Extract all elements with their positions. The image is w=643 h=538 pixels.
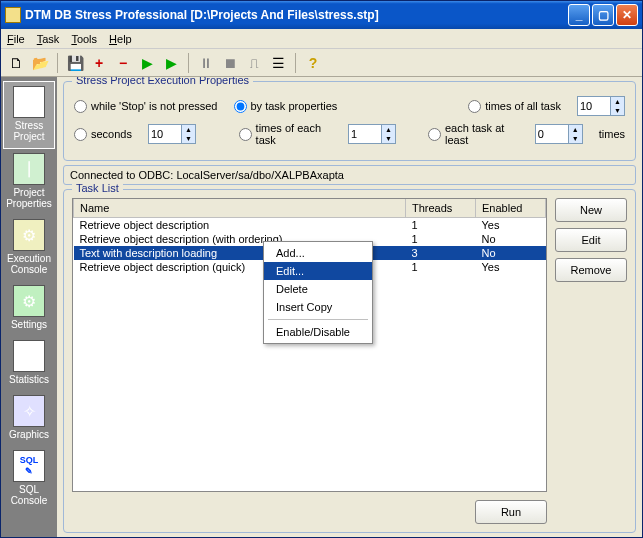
menu-file[interactable]: File [7,33,25,45]
sidebar-item-label: Settings [3,319,55,330]
execution-properties-group: Stress Project Execution Properties whil… [63,81,636,161]
cell-enabled: Yes [476,218,546,233]
cell-threads: 1 [406,260,476,274]
context-menu-insert-copy[interactable]: Insert Copy [264,298,372,316]
menu-bar: File Task Tools Help [1,29,642,49]
each-atleast-spinner[interactable]: ▲▼ [535,124,583,144]
remove-icon[interactable]: − [114,54,132,72]
context-menu-edit[interactable]: Edit... [264,262,372,280]
sidebar-item-graphics[interactable]: ✧ Graphics [3,391,55,446]
menu-help[interactable]: Help [109,33,132,45]
run-icon[interactable]: ▶ [138,54,156,72]
radio-seconds-input[interactable] [74,128,87,141]
sidebar-item-label: Statistics [3,374,55,385]
table-row[interactable]: Retrieve object description1Yes [74,218,546,233]
run-button[interactable]: Run [475,500,547,524]
exec-row-2: seconds ▲▼ times of each task ▲▼ [74,122,625,146]
sidebar: ⌸ Stress Project ⎹⎸ Project Properties ⚙… [1,77,57,537]
maximize-button[interactable]: ▢ [592,4,614,26]
radio-each-atleast[interactable]: each task at least [428,122,519,146]
radio-times-all[interactable]: times of all task [468,100,561,113]
spin-down-icon[interactable]: ▼ [181,134,195,143]
spin-down-icon[interactable]: ▼ [381,134,395,143]
toolbar-separator [57,53,58,73]
spin-up-icon[interactable]: ▲ [610,97,624,106]
sidebar-item-sql-console[interactable]: SQL✎ SQL Console [3,446,55,512]
app-icon [5,7,21,23]
seconds-spinner[interactable]: ▲▼ [148,124,196,144]
radio-by-task[interactable]: by task properties [234,100,338,113]
radio-times-each[interactable]: times of each task [239,122,332,146]
sidebar-item-settings[interactable]: ⚙ Settings [3,281,55,336]
radio-seconds[interactable]: seconds [74,128,132,141]
radio-while-stop[interactable]: while 'Stop' is not pressed [74,100,218,113]
chart-icon[interactable]: ⎍ [245,54,263,72]
context-menu-delete[interactable]: Delete [264,280,372,298]
close-button[interactable]: ✕ [616,4,638,26]
radio-by-task-input[interactable] [234,100,247,113]
radio-label: times of all task [485,100,561,112]
radio-each-atleast-input[interactable] [428,128,441,141]
title-bar: DTM DB Stress Professional [D:\Projects … [1,1,642,29]
task-list-title: Task List [72,182,123,194]
settings-icon: ⚙ [13,285,45,317]
radio-label: each task at least [445,122,519,146]
sidebar-item-project-properties[interactable]: ⎹⎸ Project Properties [3,149,55,215]
col-threads[interactable]: Threads [406,199,476,218]
run-row: Run [72,492,547,524]
cell-enabled: No [476,246,546,260]
seconds-input[interactable] [149,125,181,143]
stop-icon[interactable]: ⏹ [221,54,239,72]
times-all-spinner[interactable]: ▲▼ [577,96,625,116]
spin-up-icon[interactable]: ▲ [568,125,582,134]
add-icon[interactable]: + [90,54,108,72]
window-title: DTM DB Stress Professional [D:\Projects … [25,8,568,22]
minimize-button[interactable]: _ [568,4,590,26]
spin-down-icon[interactable]: ▼ [568,134,582,143]
cell-threads: 1 [406,232,476,246]
toolbar: 🗋 📂 💾 + − ▶ ▶ ⏸ ⏹ ⎍ ☰ ? [1,49,642,77]
sidebar-item-label: Project Properties [3,187,55,209]
col-enabled[interactable]: Enabled [476,199,546,218]
edit-button[interactable]: Edit [555,228,627,252]
graphics-icon: ✧ [13,395,45,427]
remove-button[interactable]: Remove [555,258,627,282]
execution-properties-title: Stress Project Execution Properties [72,77,253,86]
sidebar-item-execution-console[interactable]: ⚙ Execution Console [3,215,55,281]
new-file-icon[interactable]: 🗋 [7,54,25,72]
spin-down-icon[interactable]: ▼ [610,106,624,115]
project-properties-icon: ⎹⎸ [13,153,45,185]
new-button[interactable]: New [555,198,627,222]
spin-up-icon[interactable]: ▲ [381,125,395,134]
sidebar-item-statistics[interactable]: ◷ Statistics [3,336,55,391]
menu-task[interactable]: Task [37,33,60,45]
sidebar-item-stress-project[interactable]: ⌸ Stress Project [3,81,55,149]
spin-up-icon[interactable]: ▲ [181,125,195,134]
save-icon[interactable]: 💾 [66,54,84,72]
sidebar-item-label: Execution Console [3,253,55,275]
task-table-wrap: Name Threads Enabled Retrieve object des… [72,198,547,492]
pause-icon[interactable]: ⏸ [197,54,215,72]
sidebar-item-label: Graphics [3,429,55,440]
help-icon[interactable]: ? [304,54,322,72]
open-file-icon[interactable]: 📂 [31,54,49,72]
radio-times-each-input[interactable] [239,128,252,141]
task-list-group: Task List Name Threads Enabled Ret [63,189,636,533]
menu-tools[interactable]: Tools [71,33,97,45]
times-all-input[interactable] [578,97,610,115]
context-menu-add[interactable]: Add... [264,244,372,262]
times-each-input[interactable] [349,125,381,143]
toolbar-separator [295,53,296,73]
cell-threads: 3 [406,246,476,260]
col-name[interactable]: Name [74,199,406,218]
context-menu-enable-disable[interactable]: Enable/Disable [264,323,372,341]
list-icon[interactable]: ☰ [269,54,287,72]
content-area: Stress Project Execution Properties whil… [57,77,642,537]
times-each-spinner[interactable]: ▲▼ [348,124,396,144]
each-atleast-input[interactable] [536,125,568,143]
context-menu: Add... Edit... Delete Insert Copy Enable… [263,241,373,344]
radio-times-all-input[interactable] [468,100,481,113]
run-all-icon[interactable]: ▶ [162,54,180,72]
toolbar-separator [188,53,189,73]
radio-while-stop-input[interactable] [74,100,87,113]
